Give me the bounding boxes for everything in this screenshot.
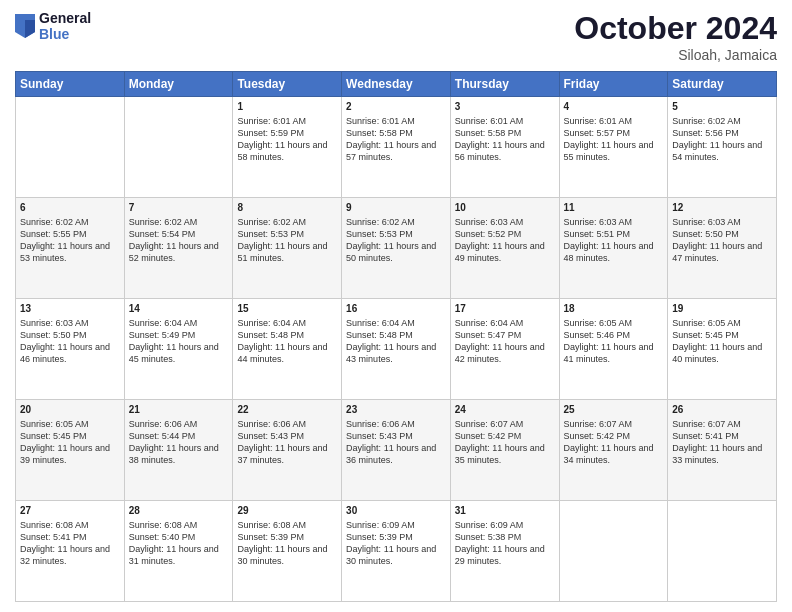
- day-number: 25: [564, 403, 664, 417]
- day-number: 27: [20, 504, 120, 518]
- day-number: 5: [672, 100, 772, 114]
- calendar-week-row: 20Sunrise: 6:05 AMSunset: 5:45 PMDayligh…: [16, 400, 777, 501]
- weekday-row: SundayMondayTuesdayWednesdayThursdayFrid…: [16, 72, 777, 97]
- day-number: 17: [455, 302, 555, 316]
- calendar-cell: 10Sunrise: 6:03 AMSunset: 5:52 PMDayligh…: [450, 198, 559, 299]
- cell-content: Sunrise: 6:03 AMSunset: 5:52 PMDaylight:…: [455, 216, 555, 265]
- calendar-cell: 4Sunrise: 6:01 AMSunset: 5:57 PMDaylight…: [559, 97, 668, 198]
- day-number: 8: [237, 201, 337, 215]
- calendar-cell: 13Sunrise: 6:03 AMSunset: 5:50 PMDayligh…: [16, 299, 125, 400]
- calendar-cell: [559, 501, 668, 602]
- calendar-week-row: 13Sunrise: 6:03 AMSunset: 5:50 PMDayligh…: [16, 299, 777, 400]
- calendar-cell: 25Sunrise: 6:07 AMSunset: 5:42 PMDayligh…: [559, 400, 668, 501]
- weekday-header: Friday: [559, 72, 668, 97]
- calendar-week-row: 6Sunrise: 6:02 AMSunset: 5:55 PMDaylight…: [16, 198, 777, 299]
- day-number: 15: [237, 302, 337, 316]
- calendar-cell: 17Sunrise: 6:04 AMSunset: 5:47 PMDayligh…: [450, 299, 559, 400]
- day-number: 13: [20, 302, 120, 316]
- calendar-cell: 8Sunrise: 6:02 AMSunset: 5:53 PMDaylight…: [233, 198, 342, 299]
- calendar-cell: [668, 501, 777, 602]
- cell-content: Sunrise: 6:01 AMSunset: 5:58 PMDaylight:…: [346, 115, 446, 164]
- calendar-cell: 26Sunrise: 6:07 AMSunset: 5:41 PMDayligh…: [668, 400, 777, 501]
- calendar-cell: 22Sunrise: 6:06 AMSunset: 5:43 PMDayligh…: [233, 400, 342, 501]
- cell-content: Sunrise: 6:02 AMSunset: 5:56 PMDaylight:…: [672, 115, 772, 164]
- cell-content: Sunrise: 6:04 AMSunset: 5:48 PMDaylight:…: [346, 317, 446, 366]
- calendar-week-row: 27Sunrise: 6:08 AMSunset: 5:41 PMDayligh…: [16, 501, 777, 602]
- calendar-week-row: 1Sunrise: 6:01 AMSunset: 5:59 PMDaylight…: [16, 97, 777, 198]
- calendar-cell: 23Sunrise: 6:06 AMSunset: 5:43 PMDayligh…: [342, 400, 451, 501]
- calendar-cell: 24Sunrise: 6:07 AMSunset: 5:42 PMDayligh…: [450, 400, 559, 501]
- cell-content: Sunrise: 6:06 AMSunset: 5:44 PMDaylight:…: [129, 418, 229, 467]
- cell-content: Sunrise: 6:02 AMSunset: 5:55 PMDaylight:…: [20, 216, 120, 265]
- cell-content: Sunrise: 6:06 AMSunset: 5:43 PMDaylight:…: [237, 418, 337, 467]
- calendar-cell: 14Sunrise: 6:04 AMSunset: 5:49 PMDayligh…: [124, 299, 233, 400]
- calendar-cell: 12Sunrise: 6:03 AMSunset: 5:50 PMDayligh…: [668, 198, 777, 299]
- logo-text: General Blue: [39, 10, 91, 42]
- day-number: 10: [455, 201, 555, 215]
- header: General Blue October 2024 Siloah, Jamaic…: [15, 10, 777, 63]
- calendar-cell: 5Sunrise: 6:02 AMSunset: 5:56 PMDaylight…: [668, 97, 777, 198]
- calendar-cell: [16, 97, 125, 198]
- cell-content: Sunrise: 6:04 AMSunset: 5:48 PMDaylight:…: [237, 317, 337, 366]
- weekday-header: Monday: [124, 72, 233, 97]
- cell-content: Sunrise: 6:02 AMSunset: 5:53 PMDaylight:…: [237, 216, 337, 265]
- day-number: 1: [237, 100, 337, 114]
- calendar-cell: 11Sunrise: 6:03 AMSunset: 5:51 PMDayligh…: [559, 198, 668, 299]
- day-number: 20: [20, 403, 120, 417]
- day-number: 9: [346, 201, 446, 215]
- location-title: Siloah, Jamaica: [574, 47, 777, 63]
- cell-content: Sunrise: 6:02 AMSunset: 5:54 PMDaylight:…: [129, 216, 229, 265]
- cell-content: Sunrise: 6:06 AMSunset: 5:43 PMDaylight:…: [346, 418, 446, 467]
- cell-content: Sunrise: 6:05 AMSunset: 5:46 PMDaylight:…: [564, 317, 664, 366]
- day-number: 2: [346, 100, 446, 114]
- day-number: 29: [237, 504, 337, 518]
- calendar-cell: 19Sunrise: 6:05 AMSunset: 5:45 PMDayligh…: [668, 299, 777, 400]
- month-title: October 2024: [574, 10, 777, 47]
- calendar-cell: 6Sunrise: 6:02 AMSunset: 5:55 PMDaylight…: [16, 198, 125, 299]
- calendar-cell: 18Sunrise: 6:05 AMSunset: 5:46 PMDayligh…: [559, 299, 668, 400]
- cell-content: Sunrise: 6:03 AMSunset: 5:50 PMDaylight:…: [20, 317, 120, 366]
- page: General Blue October 2024 Siloah, Jamaic…: [0, 0, 792, 612]
- day-number: 24: [455, 403, 555, 417]
- day-number: 30: [346, 504, 446, 518]
- calendar-cell: 20Sunrise: 6:05 AMSunset: 5:45 PMDayligh…: [16, 400, 125, 501]
- weekday-header: Wednesday: [342, 72, 451, 97]
- cell-content: Sunrise: 6:05 AMSunset: 5:45 PMDaylight:…: [20, 418, 120, 467]
- logo-icon: [15, 14, 35, 38]
- cell-content: Sunrise: 6:02 AMSunset: 5:53 PMDaylight:…: [346, 216, 446, 265]
- day-number: 26: [672, 403, 772, 417]
- day-number: 6: [20, 201, 120, 215]
- calendar-cell: 16Sunrise: 6:04 AMSunset: 5:48 PMDayligh…: [342, 299, 451, 400]
- day-number: 22: [237, 403, 337, 417]
- cell-content: Sunrise: 6:01 AMSunset: 5:59 PMDaylight:…: [237, 115, 337, 164]
- day-number: 18: [564, 302, 664, 316]
- cell-content: Sunrise: 6:04 AMSunset: 5:49 PMDaylight:…: [129, 317, 229, 366]
- day-number: 21: [129, 403, 229, 417]
- calendar-cell: 21Sunrise: 6:06 AMSunset: 5:44 PMDayligh…: [124, 400, 233, 501]
- calendar-cell: 27Sunrise: 6:08 AMSunset: 5:41 PMDayligh…: [16, 501, 125, 602]
- calendar-header: SundayMondayTuesdayWednesdayThursdayFrid…: [16, 72, 777, 97]
- calendar-cell: 7Sunrise: 6:02 AMSunset: 5:54 PMDaylight…: [124, 198, 233, 299]
- weekday-header: Sunday: [16, 72, 125, 97]
- cell-content: Sunrise: 6:09 AMSunset: 5:39 PMDaylight:…: [346, 519, 446, 568]
- day-number: 11: [564, 201, 664, 215]
- day-number: 28: [129, 504, 229, 518]
- day-number: 7: [129, 201, 229, 215]
- logo: General Blue: [15, 10, 91, 42]
- cell-content: Sunrise: 6:04 AMSunset: 5:47 PMDaylight:…: [455, 317, 555, 366]
- calendar-cell: [124, 97, 233, 198]
- weekday-header: Thursday: [450, 72, 559, 97]
- day-number: 3: [455, 100, 555, 114]
- calendar-cell: 29Sunrise: 6:08 AMSunset: 5:39 PMDayligh…: [233, 501, 342, 602]
- svg-marker-1: [25, 20, 35, 38]
- calendar-cell: 28Sunrise: 6:08 AMSunset: 5:40 PMDayligh…: [124, 501, 233, 602]
- cell-content: Sunrise: 6:03 AMSunset: 5:51 PMDaylight:…: [564, 216, 664, 265]
- calendar-body: 1Sunrise: 6:01 AMSunset: 5:59 PMDaylight…: [16, 97, 777, 602]
- cell-content: Sunrise: 6:08 AMSunset: 5:41 PMDaylight:…: [20, 519, 120, 568]
- title-block: October 2024 Siloah, Jamaica: [574, 10, 777, 63]
- weekday-header: Tuesday: [233, 72, 342, 97]
- day-number: 4: [564, 100, 664, 114]
- calendar-cell: 2Sunrise: 6:01 AMSunset: 5:58 PMDaylight…: [342, 97, 451, 198]
- day-number: 23: [346, 403, 446, 417]
- cell-content: Sunrise: 6:01 AMSunset: 5:58 PMDaylight:…: [455, 115, 555, 164]
